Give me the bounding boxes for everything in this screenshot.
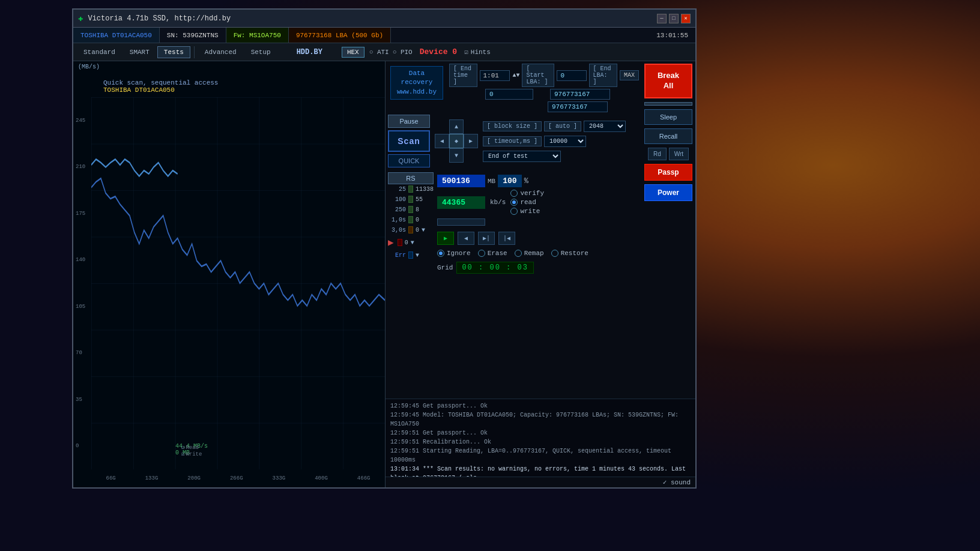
bar-25: 25 11338: [388, 185, 434, 193]
scan-button[interactable]: Scan: [388, 130, 430, 152]
nav-left[interactable]: ◀: [435, 134, 449, 148]
chart-area: (MB/s) 245 210 175 140 105 70 35 0 Quick…: [73, 61, 386, 487]
remap-option[interactable]: Remap: [515, 250, 544, 257]
verify-option[interactable]: verify: [510, 190, 544, 197]
block-size-row: [ block size ] [ auto ] 2048 512 4096: [483, 121, 626, 132]
erase-label: Erase: [488, 250, 507, 257]
recall-button[interactable]: Recall: [644, 128, 692, 144]
ignore-option[interactable]: Ignore: [437, 250, 471, 257]
pct-display: 100: [498, 175, 521, 187]
read-radio: [510, 199, 518, 206]
erase-option[interactable]: Erase: [478, 250, 507, 257]
tab-tests[interactable]: Tests: [157, 46, 190, 58]
play-button[interactable]: ▶: [437, 232, 454, 245]
pio-radio[interactable]: ○ PIO: [393, 49, 413, 56]
bar-100-indicator: [408, 196, 413, 203]
log-area[interactable]: 12:59:45 Get passport... Ok 12:59:45 Mod…: [386, 399, 695, 477]
hints-label: Hints: [471, 49, 491, 56]
window-title: Victoria 4.71b SSD, http://hdd.by: [88, 14, 657, 23]
bar-1s: 1,0s 0: [388, 216, 434, 223]
y-label-0: 0: [76, 443, 85, 449]
bar-err: Err ▼: [388, 251, 434, 259]
y-label-175: 175: [76, 211, 85, 217]
passp-button[interactable]: Passp: [644, 164, 692, 181]
quick-button[interactable]: QUICK: [388, 154, 430, 167]
verify-label: verify: [520, 190, 544, 197]
start-lba-label: [ Start LBA: ]: [522, 64, 554, 87]
wrt-button[interactable]: Wrt: [669, 148, 689, 160]
close-button[interactable]: ✕: [681, 14, 691, 23]
write-option[interactable]: write: [510, 208, 544, 215]
sleep-button[interactable]: Sleep: [644, 109, 692, 125]
kbs-display: 44365: [437, 196, 485, 209]
block-size-select[interactable]: 2048 512 4096: [584, 121, 626, 132]
app-icon: ✚: [78, 13, 83, 23]
speed-display: 500136 MB 100 %: [437, 175, 639, 187]
x-label-466g: 466G: [357, 475, 371, 481]
end-time-input[interactable]: [480, 70, 510, 81]
window-controls: ─ □ ✕: [657, 14, 691, 23]
data-recovery-banner: Data recovery www.hdd.by: [390, 66, 443, 100]
ata-radio[interactable]: ○ ATI: [369, 49, 389, 56]
log-footer: ✓ sound: [386, 477, 695, 487]
firmware-version: Fw: MS1OA750: [226, 28, 289, 43]
minimize-button[interactable]: ─: [657, 14, 667, 23]
write-legend: ☑ Write: [181, 451, 202, 457]
restore-option[interactable]: Restore: [551, 250, 588, 257]
timeout-label: [ timeout,ms ]: [483, 136, 542, 146]
start-lba-input[interactable]: [557, 70, 587, 81]
bar-25-indicator: [408, 185, 413, 193]
nav-up[interactable]: ▲: [449, 119, 464, 134]
rewind-button[interactable]: ◀: [458, 232, 474, 245]
current-time: 13:01:55: [649, 28, 695, 43]
bar-250-indicator: [408, 206, 413, 213]
nav-separator: [194, 46, 195, 58]
bar-err-dropdown[interactable]: ▼: [416, 252, 419, 259]
lba-end-value2[interactable]: [548, 101, 608, 112]
grid-label: Grid: [437, 264, 453, 271]
pause-button[interactable]: Pause: [388, 115, 430, 128]
kbs-unit: kb/s: [490, 199, 506, 206]
bar-red-indicator: [398, 239, 402, 246]
break-all-button[interactable]: Break All: [644, 64, 692, 98]
nav-right[interactable]: ▶: [464, 134, 478, 148]
nav-center[interactable]: ◆: [449, 134, 464, 148]
bar-3s-indicator: [408, 226, 413, 233]
data-recovery-line2: www.hdd.by: [397, 88, 437, 97]
right-buttons-panel: Break All Sleep Recall Rd Wrt Passp Powe…: [641, 61, 695, 399]
titlebar: ✚ Victoria 4.71b SSD, http://hdd.by ─ □ …: [73, 10, 695, 28]
rd-wrt-row: Rd Wrt: [648, 148, 689, 160]
lba-end-value[interactable]: [550, 89, 610, 100]
drive-name: TOSHIBA DT01ACA050: [73, 28, 160, 43]
bar-red-dropdown[interactable]: ▼: [411, 239, 414, 246]
time-spinner[interactable]: ▲▼: [512, 72, 519, 79]
tab-advanced[interactable]: Advanced: [198, 46, 243, 58]
end-of-test-select[interactable]: End of test Restart: [483, 151, 561, 162]
main-content: (MB/s) 245 210 175 140 105 70 35 0 Quick…: [73, 61, 695, 487]
read-option[interactable]: read: [510, 199, 544, 206]
rd-button[interactable]: Rd: [648, 148, 667, 160]
hints-toggle[interactable]: ☑ Hints: [464, 48, 491, 56]
maximize-button[interactable]: □: [669, 14, 679, 23]
bar-3s-dropdown[interactable]: ▼: [422, 227, 425, 233]
power-button[interactable]: Power: [644, 184, 692, 201]
write-radio: [510, 208, 518, 215]
rs-button[interactable]: RS: [388, 172, 434, 184]
end-lba-max[interactable]: MAX: [620, 70, 639, 80]
hex-button[interactable]: HEX: [342, 47, 364, 58]
tab-setup[interactable]: Setup: [244, 46, 277, 58]
tab-standard[interactable]: Standard: [77, 46, 122, 58]
skip-start-button[interactable]: |◀: [498, 232, 515, 245]
serial-number: SN: 539GZNTNS: [160, 28, 226, 43]
waveform-svg: [91, 97, 385, 469]
ignore-label: Ignore: [447, 250, 471, 257]
info-bar: TOSHIBA DT01ACA050 SN: 539GZNTNS Fw: MS1…: [73, 28, 695, 43]
read-label: Read: [186, 445, 199, 451]
skip-end-button[interactable]: ▶|: [478, 232, 495, 245]
lba-start-value[interactable]: [485, 89, 533, 100]
sound-toggle[interactable]: ✓ sound: [663, 478, 691, 486]
nav-down[interactable]: ▼: [449, 148, 464, 163]
block-size-label: [ block size ]: [483, 121, 542, 131]
timeout-select[interactable]: 10000 5000 30000: [544, 136, 586, 147]
tab-smart[interactable]: SMART: [123, 46, 156, 58]
